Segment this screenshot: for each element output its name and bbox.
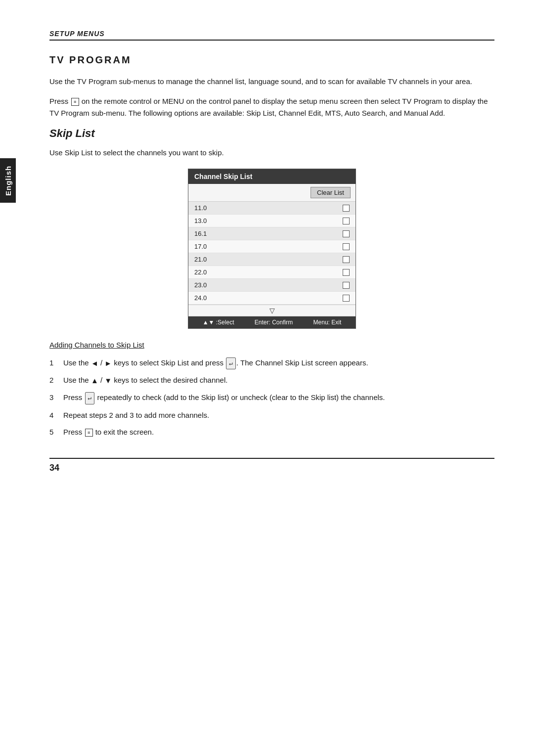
step-number: 1 bbox=[49, 357, 53, 369]
setup-menus-title: SETUP MENUS bbox=[49, 30, 494, 38]
step5-text: Press ≡ to exit the screen. bbox=[63, 428, 154, 436]
footer-confirm: Enter: Confirm bbox=[255, 319, 293, 326]
scroll-arrow-row: ▽ bbox=[188, 305, 356, 316]
channel-row: 23.0 bbox=[188, 279, 356, 292]
footer-select: ▲▼ :Select bbox=[203, 319, 234, 326]
page-wrapper: English SETUP MENUS TV PROGRAM Use the T… bbox=[0, 0, 534, 756]
channel-checkbox[interactable] bbox=[343, 269, 350, 276]
paragraph1: Use the TV Program sub-menus to manage t… bbox=[49, 76, 494, 88]
menu-icon: ≡ bbox=[85, 429, 93, 437]
channel-skip-list: Channel Skip List Clear List 11.0 13.0 1… bbox=[188, 169, 356, 329]
skip-list-description: Use Skip List to select the channels you… bbox=[49, 147, 494, 159]
adding-channels-title: Adding Channels to Skip List bbox=[49, 341, 144, 349]
channel-row: 22.0 bbox=[188, 266, 356, 279]
channel-number: 24.0 bbox=[194, 294, 207, 302]
paragraph2: Press ≡ on the remote control or MENU on… bbox=[49, 95, 494, 119]
channel-checkbox[interactable] bbox=[343, 256, 350, 263]
channel-checkbox[interactable] bbox=[343, 205, 350, 212]
footer-exit: Menu: Exit bbox=[313, 319, 342, 326]
channel-number: 17.0 bbox=[194, 243, 207, 250]
skip-list-heading: Skip List bbox=[49, 127, 494, 140]
enter-icon: ↵ bbox=[226, 357, 236, 370]
channel-skip-list-header: Channel Skip List bbox=[188, 169, 356, 184]
step2-text: Use the ▲ / ▼ keys to select the desired… bbox=[63, 376, 227, 384]
clear-list-button[interactable]: Clear List bbox=[311, 187, 351, 198]
channel-number: 16.1 bbox=[194, 230, 207, 237]
instruction-list: 1 Use the ◄ / ► keys to select Skip List… bbox=[49, 357, 494, 438]
page-number: 34 bbox=[49, 463, 494, 473]
channel-number: 13.0 bbox=[194, 217, 207, 224]
menu-icon: ≡ bbox=[71, 98, 79, 106]
channel-rows: 11.0 13.0 16.1 17.0 21.0 bbox=[188, 202, 356, 305]
step4-text: Repeat steps 2 and 3 to add more channel… bbox=[63, 411, 209, 419]
channel-skip-list-title: Channel Skip List bbox=[194, 173, 252, 180]
channel-number: 22.0 bbox=[194, 268, 207, 276]
channel-checkbox[interactable] bbox=[343, 230, 350, 237]
enter-icon: ↵ bbox=[85, 392, 95, 404]
channel-number: 21.0 bbox=[194, 256, 207, 263]
channel-checkbox[interactable] bbox=[343, 218, 350, 224]
channel-checkbox[interactable] bbox=[343, 282, 350, 289]
section-header: SETUP MENUS bbox=[49, 30, 494, 41]
list-item: 4 Repeat steps 2 and 3 to add more chann… bbox=[49, 409, 494, 421]
clear-list-row: Clear List bbox=[188, 184, 356, 202]
list-item: 3 Press ↵ repeatedly to check (add to th… bbox=[49, 392, 494, 404]
channel-row: 24.0 bbox=[188, 292, 356, 305]
arrow-right-icon: ► bbox=[104, 357, 112, 369]
widget-container: Channel Skip List Clear List 11.0 13.0 1… bbox=[49, 169, 494, 329]
paragraph2-prefix: Press bbox=[49, 97, 68, 105]
scroll-down-arrow-icon: ▽ bbox=[269, 307, 275, 314]
step1-text: Use the ◄ / ► keys to select Skip List a… bbox=[63, 358, 368, 367]
arrow-left-icon: ◄ bbox=[91, 357, 98, 369]
channel-row: 11.0 bbox=[188, 202, 356, 215]
tv-program-heading: TV PROGRAM bbox=[49, 54, 494, 66]
channel-number: 23.0 bbox=[194, 281, 207, 289]
list-item: 2 Use the ▲ / ▼ keys to select the desir… bbox=[49, 374, 494, 387]
step3-text: Press ↵ repeatedly to check (add to the … bbox=[63, 393, 385, 401]
channel-row: 21.0 bbox=[188, 253, 356, 266]
step-number: 2 bbox=[49, 374, 53, 386]
list-item: 1 Use the ◄ / ► keys to select Skip List… bbox=[49, 357, 494, 369]
header-divider bbox=[49, 40, 494, 41]
side-tab-label: English bbox=[4, 165, 12, 195]
channel-number: 11.0 bbox=[194, 204, 207, 212]
arrow-down-icon: ▼ bbox=[104, 375, 112, 387]
adding-channels-section: Adding Channels to Skip List 1 Use the ◄… bbox=[49, 341, 494, 438]
step-number: 5 bbox=[49, 426, 53, 438]
channel-row: 16.1 bbox=[188, 227, 356, 240]
channel-row: 13.0 bbox=[188, 215, 356, 227]
channel-checkbox[interactable] bbox=[343, 243, 350, 250]
step-number: 4 bbox=[49, 409, 53, 421]
step-number: 3 bbox=[49, 392, 53, 403]
bottom-divider bbox=[49, 458, 494, 459]
channel-skip-list-footer: ▲▼ :Select Enter: Confirm Menu: Exit bbox=[188, 316, 356, 328]
channel-checkbox[interactable] bbox=[343, 295, 350, 302]
channel-row: 17.0 bbox=[188, 240, 356, 253]
arrow-up-icon: ▲ bbox=[91, 375, 98, 387]
paragraph2-middle: on the remote control or MENU on the con… bbox=[49, 97, 488, 117]
list-item: 5 Press ≡ to exit the screen. bbox=[49, 426, 494, 438]
side-tab: English bbox=[0, 158, 16, 203]
